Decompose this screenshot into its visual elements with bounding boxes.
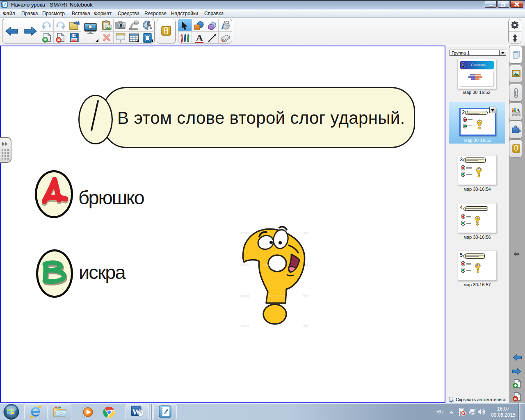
svg-text:dgs: dgs bbox=[303, 324, 309, 328]
svg-text:astas: astas bbox=[240, 294, 249, 298]
svg-text:dgs: dgs bbox=[303, 231, 309, 235]
svg-text:A: A bbox=[516, 107, 520, 114]
svg-text:astas: astas bbox=[240, 324, 249, 328]
svg-text:dgs: dgs bbox=[303, 294, 309, 298]
svg-text:astas: astas bbox=[240, 262, 249, 267]
svg-text:astas: astas bbox=[240, 231, 249, 235]
svg-text:sit.photos: sit.photos bbox=[263, 262, 279, 267]
svg-text:deposit.photos: deposit.photos bbox=[262, 294, 286, 298]
